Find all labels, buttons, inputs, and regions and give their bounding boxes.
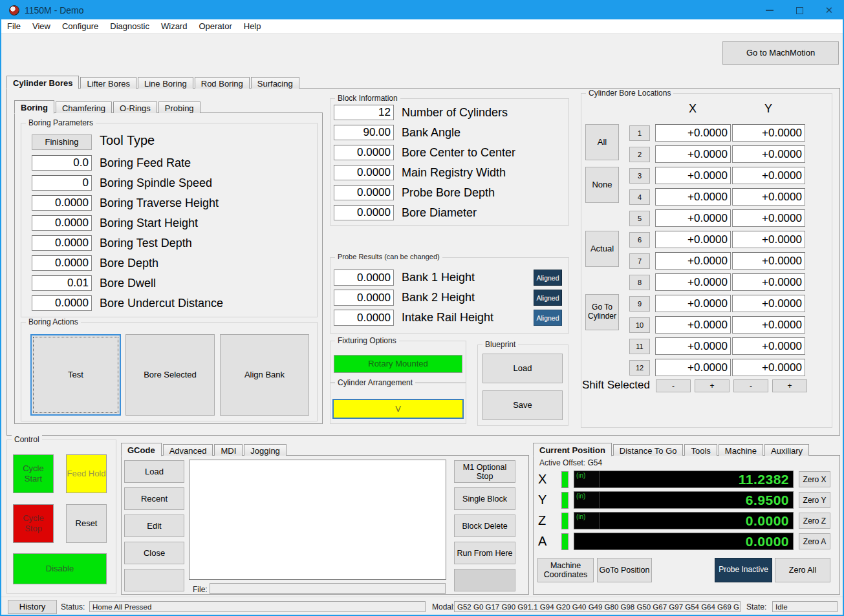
- position-tab[interactable]: Auxiliary: [764, 444, 809, 456]
- parameter-value-field[interactable]: 0: [32, 175, 92, 191]
- probe-value-field[interactable]: 0.0000: [334, 270, 394, 286]
- select-none-button[interactable]: None: [585, 167, 619, 203]
- main-tab[interactable]: Lifter Bores: [80, 77, 136, 89]
- zero-all-button[interactable]: Zero All: [775, 558, 830, 582]
- probe-value-field[interactable]: 0.0000: [334, 310, 394, 326]
- history-button[interactable]: History: [8, 600, 57, 614]
- disable-button[interactable]: Disable: [13, 553, 107, 584]
- gcode-button[interactable]: Close: [124, 542, 184, 564]
- gcode-tab[interactable]: Jogging: [244, 444, 287, 456]
- bore-x-field[interactable]: +0.0000: [655, 252, 731, 270]
- shift-button[interactable]: -: [733, 379, 768, 392]
- aligned-button[interactable]: Aligned: [534, 310, 562, 326]
- main-tab[interactable]: Surfacing: [251, 77, 299, 89]
- parameter-value-field[interactable]: 0.0000: [32, 215, 92, 231]
- cylinder-number-button[interactable]: 6: [629, 232, 650, 248]
- select-all-button[interactable]: All: [585, 124, 619, 160]
- bore-x-field[interactable]: +0.0000: [655, 316, 731, 334]
- cylinder-number-button[interactable]: 1: [629, 125, 650, 141]
- boring-sub-tab[interactable]: Chamfering: [56, 101, 112, 113]
- menu-item[interactable]: Help: [238, 21, 267, 31]
- block-info-value-field[interactable]: 0.0000: [334, 205, 394, 220]
- bore-x-field[interactable]: +0.0000: [655, 295, 731, 312]
- block-info-value-field[interactable]: 0.0000: [334, 145, 394, 160]
- main-tab[interactable]: Rod Boring: [195, 77, 250, 89]
- bore-y-field[interactable]: +0.0000: [732, 124, 805, 142]
- parameter-value-field[interactable]: 0.0000: [32, 255, 92, 271]
- gcode-tab[interactable]: Advanced: [163, 444, 213, 456]
- gcode-tab[interactable]: MDI: [214, 444, 243, 456]
- cycle-stop-button[interactable]: Cycle Stop: [13, 504, 54, 543]
- gcode-button[interactable]: Recent: [124, 487, 184, 510]
- actual-button[interactable]: Actual: [585, 231, 619, 267]
- maximize-button[interactable]: [784, 0, 814, 21]
- align-bank-button[interactable]: Align Bank: [220, 334, 309, 416]
- blank-button[interactable]: [124, 569, 184, 591]
- bore-y-field[interactable]: +0.0000: [732, 316, 805, 334]
- menu-item[interactable]: Diagnostic: [104, 21, 155, 31]
- cylinder-number-button[interactable]: 5: [629, 211, 650, 226]
- gcode-text-area[interactable]: [189, 460, 446, 580]
- zero-axis-button[interactable]: Zero A: [799, 533, 830, 549]
- parameter-value-field[interactable]: 0.0000: [32, 235, 92, 251]
- cylinder-number-button[interactable]: 9: [629, 296, 650, 312]
- menu-item[interactable]: Configure: [56, 21, 104, 31]
- zero-axis-button[interactable]: Zero X: [799, 471, 830, 487]
- machine-coordinates-button[interactable]: Machine Coordinates: [537, 558, 594, 582]
- gcode-run-option-button[interactable]: Block Delete: [454, 515, 515, 537]
- bore-selected-button[interactable]: Bore Selected: [125, 334, 215, 416]
- cylinder-number-button[interactable]: 3: [629, 168, 650, 184]
- blank-button[interactable]: [454, 569, 515, 591]
- bore-x-field[interactable]: +0.0000: [655, 124, 731, 142]
- menu-item[interactable]: Operator: [193, 21, 237, 31]
- gcode-run-option-button[interactable]: M1 Optional Stop: [454, 460, 515, 483]
- block-info-value-field[interactable]: 0.0000: [334, 185, 394, 200]
- bore-y-field[interactable]: +0.0000: [732, 337, 805, 355]
- cylinder-number-button[interactable]: 11: [629, 339, 650, 354]
- bore-y-field[interactable]: +0.0000: [732, 273, 805, 291]
- parameter-value-field[interactable]: 0.0000: [32, 295, 92, 311]
- block-info-value-field[interactable]: 90.00: [334, 125, 394, 140]
- gcode-tab[interactable]: GCode: [121, 443, 162, 456]
- blueprint-save-button[interactable]: Save: [482, 390, 563, 420]
- cylinder-number-button[interactable]: 10: [629, 317, 650, 333]
- probe-inactive-button[interactable]: Probe Inactive: [715, 558, 772, 582]
- bore-y-field[interactable]: +0.0000: [732, 252, 805, 270]
- cylinder-arrangement-button[interactable]: V: [332, 399, 464, 419]
- main-tab[interactable]: Cylinder Bores: [6, 76, 79, 89]
- cylinder-number-button[interactable]: 12: [629, 360, 650, 376]
- cylinder-number-button[interactable]: 8: [629, 275, 650, 290]
- main-tab[interactable]: Line Boring: [138, 77, 193, 89]
- menu-item[interactable]: View: [27, 21, 56, 31]
- blueprint-load-button[interactable]: Load: [482, 354, 563, 383]
- shift-button[interactable]: -: [656, 379, 691, 392]
- menu-item[interactable]: File: [1, 21, 27, 31]
- bore-y-field[interactable]: +0.0000: [732, 359, 805, 376]
- bore-x-field[interactable]: +0.0000: [655, 167, 731, 184]
- zero-axis-button[interactable]: Zero Z: [799, 513, 830, 529]
- rotary-mounted-button[interactable]: Rotary Mounted: [334, 355, 462, 373]
- bore-y-field[interactable]: +0.0000: [732, 209, 805, 227]
- position-tab[interactable]: Current Position: [533, 443, 612, 456]
- gcode-run-option-button[interactable]: Run From Here: [454, 542, 515, 564]
- go-to-machmotion-button[interactable]: Go to MachMotion: [722, 41, 839, 65]
- cylinder-number-button[interactable]: 2: [629, 147, 650, 162]
- cylinder-number-button[interactable]: 7: [629, 253, 650, 269]
- shift-button[interactable]: +: [695, 379, 730, 392]
- feed-hold-button[interactable]: Feed Hold: [66, 454, 107, 493]
- cycle-start-button[interactable]: Cycle Start: [13, 454, 54, 493]
- bore-x-field[interactable]: +0.0000: [655, 359, 731, 376]
- aligned-button[interactable]: Aligned: [534, 270, 562, 286]
- go-to-cylinder-button[interactable]: Go To Cylinder: [585, 294, 619, 330]
- parameter-value-field[interactable]: 0.01: [32, 275, 92, 291]
- shift-button[interactable]: +: [772, 379, 807, 392]
- close-button[interactable]: ✕: [814, 0, 844, 21]
- goto-position-button[interactable]: GoTo Position: [597, 558, 652, 582]
- parameter-value-field[interactable]: 0.0: [32, 155, 92, 171]
- position-tab[interactable]: Tools: [684, 444, 717, 456]
- menu-item[interactable]: Wizard: [155, 21, 193, 31]
- bore-y-field[interactable]: +0.0000: [732, 145, 805, 163]
- bore-x-field[interactable]: +0.0000: [655, 231, 731, 248]
- bore-x-field[interactable]: +0.0000: [655, 145, 731, 163]
- bore-y-field[interactable]: +0.0000: [732, 167, 805, 184]
